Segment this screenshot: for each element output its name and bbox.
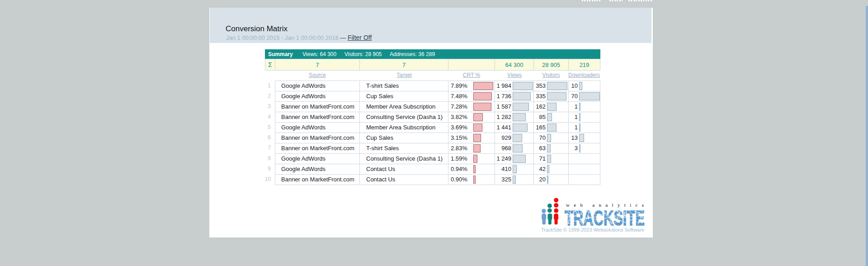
svg-text:TrackSite © 1999-2023 Websolut: TrackSite © 1999-2023 Websolutions Softw… (541, 227, 644, 233)
svg-text:TRACKSITE: TRACKSITE (565, 206, 645, 230)
